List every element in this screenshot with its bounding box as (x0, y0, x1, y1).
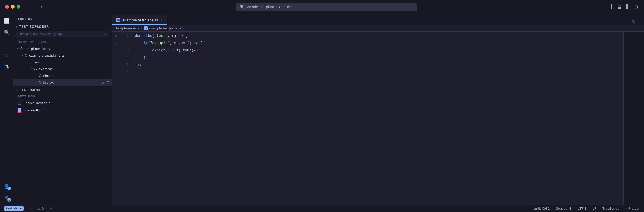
source-control-status[interactable]: ⑂ (29, 207, 33, 210)
activity-bottom: 👤 1 ⚙ 1 (2, 181, 12, 203)
code-line-1[interactable]: describe("test", () => { (133, 32, 620, 39)
tree-item-testplane-tests[interactable]: ▾ testplane-tests (13, 45, 112, 52)
debug-status[interactable]: ⚡ (49, 207, 53, 210)
tree-label-chrome: chrome (43, 74, 112, 78)
language-status[interactable]: TypeScript (601, 207, 620, 210)
no-results-text: No test results yet. (13, 38, 112, 45)
breadcrumb-separator: › (183, 27, 184, 30)
enable-repl-checkbox[interactable] (18, 108, 21, 112)
enable-devtools-checkbox[interactable] (18, 101, 21, 105)
activity-item-accounts[interactable]: 👤 1 (2, 181, 12, 191)
setting-item-devtools: Enable devtools (13, 99, 112, 107)
code-line-2[interactable]: it("example", async () => { (133, 39, 620, 47)
editor-scrollbar[interactable] (620, 32, 623, 205)
activity-item-settings[interactable]: ⚙ 1 (2, 192, 12, 203)
activity-item-more[interactable]: ··· (2, 73, 12, 83)
status-bar-right: Ln 6, Col 1 Spaces: 4 UTF-8 LF TypeScrip… (532, 207, 641, 210)
editor-minimap (623, 32, 644, 205)
status-bar-left: testplane ⑂ ⚠ 0 ⚡ (3, 206, 53, 211)
run-test-button[interactable]: ▷ (101, 80, 105, 85)
tree-item-chrome[interactable]: chrome (13, 72, 112, 79)
cursor-position-status[interactable]: Ln 6, Col 1 (532, 207, 551, 210)
editor-tab-example-testplane[interactable]: TS example.testplane.ts × (112, 15, 167, 25)
code-token: async (174, 41, 185, 45)
chevron-down-icon: ▾ (16, 89, 18, 91)
tree-label-example: example (38, 67, 112, 71)
tree-item-example-file[interactable]: ▾ example.testplane.ts (13, 52, 112, 59)
toggle-primary-sidebar-button[interactable]: ▐ (608, 3, 613, 10)
line-ending-status[interactable]: LF (592, 207, 597, 210)
code-token (135, 56, 144, 59)
line-number-3: 3 (120, 46, 129, 54)
breadcrumb-more[interactable]: ··· (186, 27, 188, 30)
tab-close-button[interactable]: × (160, 18, 163, 22)
sidebar-more-button[interactable]: ··· (102, 16, 108, 21)
more-tab-actions-button[interactable]: ··· (637, 18, 642, 25)
tree-item-firefox[interactable]: firefox ▷ ⬡ (13, 79, 112, 86)
enable-repl-label: Enable REPL (23, 108, 44, 112)
code-line-3[interactable]: expect(1 + 1).toBe(2); (133, 47, 620, 54)
activity-item-explorer[interactable]: ⬜ (2, 16, 12, 26)
indentation-text: Spaces: 4 (556, 207, 571, 210)
tree-item-test[interactable]: ▾ test (13, 59, 112, 65)
code-line-4[interactable]: }); (133, 54, 620, 61)
encoding-status[interactable]: UTF-8 (576, 207, 587, 210)
testplane-status-item[interactable]: testplane (3, 206, 25, 211)
activity-item-testing[interactable]: ⚗ (2, 61, 12, 72)
minimize-window-button[interactable] (11, 5, 15, 9)
run-test-gutter-button-2[interactable]: ▷ (114, 41, 118, 46)
customize-layout-button[interactable]: ⊞ (633, 3, 639, 10)
formatter-status[interactable]: ✓ Prettier (624, 207, 641, 210)
split-editor-button[interactable]: ⧉ (631, 18, 636, 25)
code-token: toBe (183, 49, 192, 52)
command-palette[interactable]: 🔍 vscode-testplane-example (236, 3, 417, 11)
chevron-down-icon: ▾ (25, 61, 30, 64)
activity-bar: ⬜ 🔍 ⑂ ▷ ⚗ ··· 👤 1 ⚙ 1 (0, 14, 13, 205)
search-bar-text: vscode-testplane-example (246, 5, 291, 9)
language-text: TypeScript (603, 207, 619, 210)
code-token: { (198, 41, 202, 45)
toggle-panel-button[interactable]: ⬓ (616, 3, 622, 10)
maximize-window-button[interactable] (17, 5, 20, 9)
debug-test-button[interactable]: ⬡ (106, 80, 110, 85)
activity-item-run-debug[interactable]: ▷ (2, 50, 12, 60)
code-token: => (194, 41, 198, 45)
tree-item-example[interactable]: ▾ example (13, 65, 112, 72)
test-explorer-section-header[interactable]: ▾ TEST EXPLORER (13, 24, 112, 30)
line-number-5: 5 (120, 61, 129, 68)
toggle-secondary-sidebar-button[interactable]: ▌ (625, 3, 630, 10)
sidebar-title: TESTING (18, 17, 33, 21)
nav-forward-button[interactable]: → (36, 3, 45, 11)
code-token: { (185, 34, 187, 38)
chevron-down-icon: ▾ (30, 67, 34, 71)
testplane-section-header[interactable]: ▾ TESTPLANE (13, 87, 112, 93)
test-tree: ▾ testplane-tests ▾ example.testplane.ts… (13, 45, 112, 86)
activity-item-search[interactable]: 🔍 (2, 27, 12, 37)
errors-warnings-status[interactable]: ⚠ 0 (37, 207, 45, 210)
code-token: ( (148, 41, 150, 45)
main-layout: ⬜ 🔍 ⑂ ▷ ⚗ ··· 👤 1 ⚙ 1 (0, 14, 644, 205)
run-test-gutter-button-1[interactable]: ▷ (114, 34, 118, 38)
nav-back-button[interactable]: ← (25, 3, 34, 11)
more-icon: ··· (4, 76, 9, 81)
breadcrumb-separator: › (141, 27, 142, 30)
testplane-status-label: testplane (4, 206, 24, 211)
formatter-text: ✓ Prettier (625, 207, 640, 210)
breadcrumb-example-file[interactable]: TS example.testplane.ts (144, 27, 181, 30)
activity-item-source-control[interactable]: ⑂ (2, 38, 12, 49)
files-icon: ⬜ (4, 18, 10, 24)
code-token: () (172, 34, 176, 38)
git-branch-icon: ⑂ (30, 207, 32, 210)
indentation-status[interactable]: Spaces: 4 (555, 207, 572, 210)
sidebar: TESTING ··· ▾ TEST EXPLORER ⊻ No test re… (13, 14, 112, 205)
code-line-5[interactable]: }); (133, 61, 620, 69)
enable-devtools-label: Enable devtools (23, 101, 50, 105)
sidebar-actions: ··· (102, 16, 108, 21)
code-token (135, 49, 152, 52)
search-icon: 🔍 (240, 5, 244, 9)
code-token: 1 (176, 49, 178, 52)
filter-input[interactable] (18, 32, 104, 36)
close-window-button[interactable] (5, 5, 9, 9)
code-line-6[interactable] (133, 69, 620, 76)
breadcrumb-testplane-tests[interactable]: testplane-tests (116, 27, 139, 30)
